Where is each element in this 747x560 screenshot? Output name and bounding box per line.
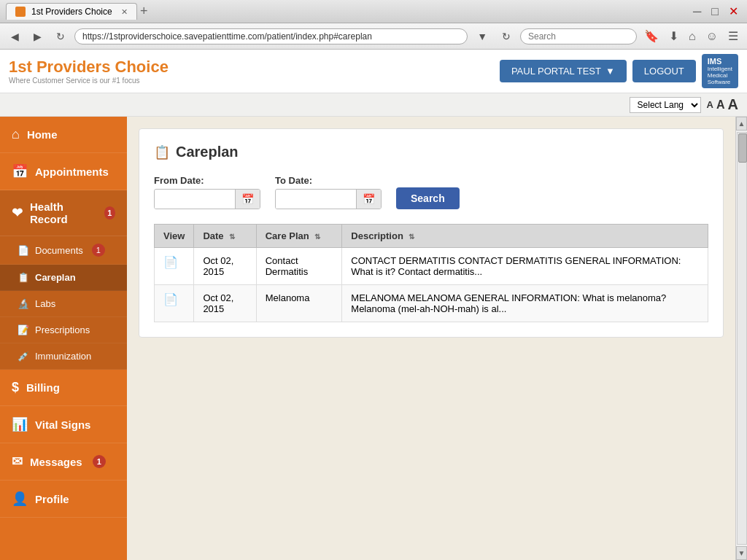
submenu-prescriptions[interactable]: 📝 Prescriptions xyxy=(0,317,127,343)
minimize-button[interactable]: ─ xyxy=(690,3,704,20)
scrollbar: ▲ ▼ xyxy=(735,117,747,560)
sidebar-item-vital-signs[interactable]: 📊 Vital Signs xyxy=(0,406,127,443)
browser-tab[interactable]: 1st Providers Choice ✕ xyxy=(6,3,137,20)
home-icon: ⌂ xyxy=(12,127,20,142)
user-dropdown-icon: ▼ xyxy=(605,66,615,77)
tab-favicon xyxy=(15,7,26,17)
tab-title: 1st Providers Choice xyxy=(31,7,112,17)
sidebar-item-health-record[interactable]: ❤ Health Record 1 xyxy=(0,190,127,236)
sidebar-item-home[interactable]: ⌂ Home xyxy=(0,117,127,153)
forward-button[interactable]: ▶ xyxy=(28,28,47,44)
appointments-icon: 📅 xyxy=(12,163,28,179)
from-date-group: From Date: 📅 xyxy=(154,175,260,209)
date-sort-icon[interactable]: ⇅ xyxy=(229,233,235,241)
app-header: 1st Providers Choice Where Customer Serv… xyxy=(0,50,747,93)
submenu-careplan[interactable]: 📋 Careplan xyxy=(0,265,127,291)
tab-close-btn[interactable]: ✕ xyxy=(121,7,128,17)
sidebar-appointments-label: Appointments xyxy=(35,166,109,178)
sidebar-item-billing[interactable]: $ Billing xyxy=(0,370,127,406)
browser-search-input[interactable] xyxy=(520,28,637,44)
careplan-sort-icon[interactable]: ⇅ xyxy=(314,233,320,241)
dropdown-button[interactable]: ▼ xyxy=(472,28,492,44)
view-doc-icon[interactable]: 📄 xyxy=(163,256,178,268)
documents-icon: 📄 xyxy=(18,245,29,256)
careplan-panel: 📋 Careplan From Date: 📅 To Date: 📅 xyxy=(139,128,724,338)
back-button[interactable]: ◀ xyxy=(6,28,24,44)
search-button[interactable]: Search xyxy=(396,187,460,209)
to-date-calendar-button[interactable]: 📅 xyxy=(356,190,381,209)
font-med-button[interactable]: A xyxy=(716,98,725,112)
font-large-button[interactable]: A xyxy=(728,96,738,113)
refresh-button[interactable]: ↻ xyxy=(51,28,70,44)
view-cell: 📄 xyxy=(155,248,194,285)
to-date-input[interactable] xyxy=(276,190,356,209)
maximize-button[interactable]: □ xyxy=(708,3,721,20)
view-doc-icon[interactable]: 📄 xyxy=(163,293,178,306)
description-cell: MELANOMA MELANOMA GENERAL INFORMATION: W… xyxy=(342,285,708,322)
health-record-badge: 1 xyxy=(104,206,115,219)
col-description: Description ⇅ xyxy=(342,225,708,248)
browser-navbar: ◀ ▶ ↻ ▼ ↻ 🔖 ⬇ ⌂ ☺ ☰ xyxy=(0,23,747,50)
sidebar-home-label: Home xyxy=(27,128,58,141)
go-button[interactable]: ↻ xyxy=(497,28,516,44)
careplan-icon: 📋 xyxy=(18,272,29,283)
to-date-group: To Date: 📅 xyxy=(275,175,382,209)
careplan-panel-icon: 📋 xyxy=(154,144,170,160)
close-button[interactable]: ✕ xyxy=(726,3,741,20)
date-cell: Oct 02, 2015 xyxy=(194,248,256,285)
logo-area: 1st Providers Choice Where Customer Serv… xyxy=(9,58,500,85)
font-small-button[interactable]: A xyxy=(707,99,713,110)
main-layout: ⌂ Home 📅 Appointments ❤ Health Record 1 … xyxy=(0,117,747,560)
immunization-icon: 💉 xyxy=(18,351,29,362)
description-sort-icon[interactable]: ⇅ xyxy=(409,233,414,241)
user-menu-button[interactable]: PAUL PORTAL TEST ▼ xyxy=(500,60,627,82)
labs-icon: 🔬 xyxy=(18,298,29,309)
logo-subtitle: Where Customer Service is our #1 focus xyxy=(9,77,500,85)
to-date-wrap: 📅 xyxy=(275,189,382,209)
immunization-label: Immunization xyxy=(35,351,91,362)
description-cell: CONTACT DERMATITIS CONTACT DERMATITIS GE… xyxy=(342,248,708,285)
filter-form: From Date: 📅 To Date: 📅 Search xyxy=(154,175,708,209)
sidebar-health-label: Health Record xyxy=(30,201,94,225)
profile-icon: 👤 xyxy=(12,491,28,507)
submenu-labs[interactable]: 🔬 Labs xyxy=(0,291,127,317)
sidebar-vitals-label: Vital Signs xyxy=(35,419,90,431)
address-bar[interactable] xyxy=(74,28,468,44)
careplan-header-label: Care Plan xyxy=(266,230,309,241)
from-date-label: From Date: xyxy=(154,175,260,186)
profile-nav-button[interactable]: ☺ xyxy=(703,28,721,44)
menu-button[interactable]: ☰ xyxy=(725,28,741,44)
language-select[interactable]: Select Lang xyxy=(630,97,701,113)
from-date-calendar-button[interactable]: 📅 xyxy=(235,190,260,209)
sidebar-item-profile[interactable]: 👤 Profile xyxy=(0,481,127,518)
view-cell: 📄 xyxy=(155,285,194,322)
scroll-up-button[interactable]: ▲ xyxy=(736,117,747,131)
prescriptions-label: Prescriptions xyxy=(35,324,90,335)
content-area: 📋 Careplan From Date: 📅 To Date: 📅 xyxy=(127,117,735,560)
documents-badge: 1 xyxy=(92,244,105,257)
ims-logo: IMS IntelligentMedicalSoftware xyxy=(702,54,738,88)
logout-button[interactable]: LOGOUT xyxy=(632,60,696,82)
from-date-input[interactable] xyxy=(155,190,235,209)
home-nav-button[interactable]: ⌂ xyxy=(686,28,699,44)
health-record-icon: ❤ xyxy=(12,205,23,221)
sidebar-item-appointments[interactable]: 📅 Appointments xyxy=(0,153,127,190)
new-tab-button[interactable]: + xyxy=(140,4,148,19)
scroll-thumb[interactable] xyxy=(738,133,747,163)
logo-text: 1st Providers Choice xyxy=(9,58,169,76)
messages-icon: ✉ xyxy=(12,454,23,470)
submenu-immunization[interactable]: 💉 Immunization xyxy=(0,343,127,370)
bookmark-button[interactable]: 🔖 xyxy=(641,28,662,44)
download-button[interactable]: ⬇ xyxy=(666,28,681,44)
submenu-documents[interactable]: 📄 Documents 1 xyxy=(0,236,127,265)
billing-icon: $ xyxy=(12,380,19,395)
sidebar-item-messages[interactable]: ✉ Messages 1 xyxy=(0,443,127,481)
col-careplan: Care Plan ⇅ xyxy=(256,225,342,248)
user-name: PAUL PORTAL TEST xyxy=(511,66,601,77)
scroll-down-button[interactable]: ▼ xyxy=(736,546,747,560)
date-header-label: Date xyxy=(203,230,223,241)
header-right: PAUL PORTAL TEST ▼ LOGOUT IMS Intelligen… xyxy=(500,54,738,88)
description-header-label: Description xyxy=(351,230,403,241)
scroll-track xyxy=(737,132,747,545)
to-date-label: To Date: xyxy=(275,175,382,186)
